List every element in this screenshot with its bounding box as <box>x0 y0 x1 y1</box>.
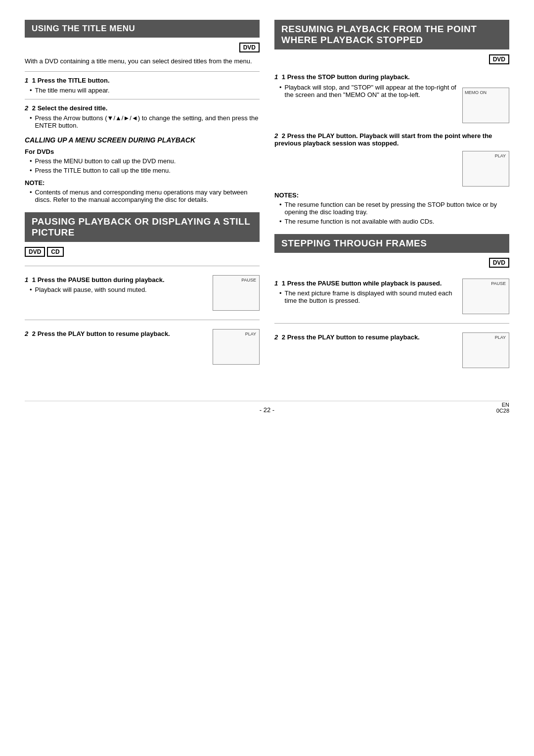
using-title-menu-title: USING THE TITLE MENU <box>25 20 260 38</box>
stepping-step2-heading: 2 2 Press the PLAY button to resume play… <box>274 333 457 341</box>
title-menu-step2: 2 2 Select the desired title. Press the … <box>25 104 260 129</box>
resume-notes-label: NOTES: <box>274 191 509 199</box>
pause-screen-mockup1: PAUSE <box>213 275 260 311</box>
resume-step1-bullet: Playback will stop, and "STOP" will appe… <box>279 84 457 98</box>
dvd-badge-title-menu: DVD <box>239 43 260 52</box>
note-label: NOTE: <box>25 179 260 187</box>
stepping-frames-section: STEPPING THROUGH FRAMES DVD 1 1 Press th… <box>274 234 509 372</box>
calling-menu-bullet2: Press the TITLE button to call up the ti… <box>30 167 260 174</box>
resume-step2: 2 2 Press the PLAY button. Playback will… <box>274 132 509 187</box>
resume-screen-label2: PLAY <box>495 153 506 158</box>
stepping-screen-label1: PAUSE <box>491 281 506 286</box>
title-menu-step2-heading: 2 2 Select the desired title. <box>25 104 260 112</box>
title-menu-step1-bullet: The title menu will appear. <box>30 87 260 94</box>
note-bullet: Contents of menus and corresponding menu… <box>30 189 260 203</box>
pause-screen-label2: PLAY <box>245 331 256 336</box>
title-menu-step2-bullet: Press the Arrow buttons (▼/▲/►/◄) to cha… <box>30 114 260 129</box>
stepping-screen-mockup2: PLAY <box>462 332 509 368</box>
calling-menu-bullet1: Press the MENU button to call up the DVD… <box>30 157 260 165</box>
calling-menu-subsection: CALLING UP A MENU SCREEN DURING PLAYBACK… <box>25 136 260 203</box>
resume-step1: 1 1 Press the STOP button during playbac… <box>274 73 509 127</box>
pause-step2-heading: 2 2 Press the PLAY button to resume play… <box>25 330 208 337</box>
cd-badge-pause: CD <box>47 247 63 257</box>
resume-step1-heading: 1 1 Press the STOP button during playbac… <box>274 73 509 81</box>
resume-screen-mockup1: MEMO ON <box>462 88 509 123</box>
resume-screen-label1: MEMO ON <box>465 90 487 95</box>
dvd-badge-resume: DVD <box>489 54 509 64</box>
pause-step1-heading: 1 1 Press the PAUSE button during playba… <box>25 276 208 284</box>
title-menu-step1-heading: 1 1 Press the TITLE button. <box>25 77 260 84</box>
resume-note2: The resume function is not available wit… <box>279 218 509 225</box>
pause-step1: 1 1 Press the PAUSE button during playba… <box>25 271 260 315</box>
resuming-playback-title: RESUMING PLAYBACK FROM THE POINT WHERE P… <box>274 20 509 49</box>
pausing-playback-title: PAUSING PLAYBACK OR DISPLAYING A STILL P… <box>25 212 260 242</box>
stepping-screen-mockup1: PAUSE <box>462 279 509 314</box>
dvd-badge-stepping: DVD <box>489 258 509 268</box>
dvd-badge-pause: DVD <box>25 247 45 257</box>
pausing-playback-section: PAUSING PLAYBACK OR DISPLAYING A STILL P… <box>25 212 260 369</box>
pause-screen-label1: PAUSE <box>241 278 256 283</box>
stepping-step1-heading: 1 1 Press the PAUSE button while playbac… <box>274 280 457 287</box>
page-footer: - 22 - EN 0C28 <box>25 401 509 414</box>
pause-step1-bullet: Playback will pause, with sound muted. <box>30 286 208 293</box>
for-dvds-label: For DVDs <box>25 148 260 155</box>
pause-step2: 2 2 Press the PLAY button to resume play… <box>25 325 260 369</box>
stepping-frames-title: STEPPING THROUGH FRAMES <box>274 234 509 253</box>
page-number: - 22 - <box>260 406 274 414</box>
resume-step2-heading: 2 2 Press the PLAY button. Playback will… <box>274 132 509 147</box>
stepping-step1: 1 1 Press the PAUSE button while playbac… <box>274 275 509 318</box>
using-title-menu-section: USING THE TITLE MENU DVD With a DVD cont… <box>25 20 260 203</box>
resume-note1: The resume function can be reset by pres… <box>279 201 509 216</box>
title-menu-intro: With a DVD containing a title menu, you … <box>25 56 260 66</box>
title-menu-step1: 1 1 Press the TITLE button. The title me… <box>25 77 260 94</box>
stepping-screen-label2: PLAY <box>495 335 506 340</box>
resume-screen-mockup2: PLAY <box>462 151 509 187</box>
stepping-step1-bullet: The next picture frame is displayed with… <box>279 289 457 304</box>
resuming-playback-section: RESUMING PLAYBACK FROM THE POINT WHERE P… <box>274 20 509 225</box>
stepping-step2: 2 2 Press the PLAY button to resume play… <box>274 329 509 372</box>
calling-menu-title: CALLING UP A MENU SCREEN DURING PLAYBACK <box>25 136 260 144</box>
page-code: EN 0C28 <box>496 402 509 414</box>
pause-screen-mockup2: PLAY <box>213 329 260 365</box>
